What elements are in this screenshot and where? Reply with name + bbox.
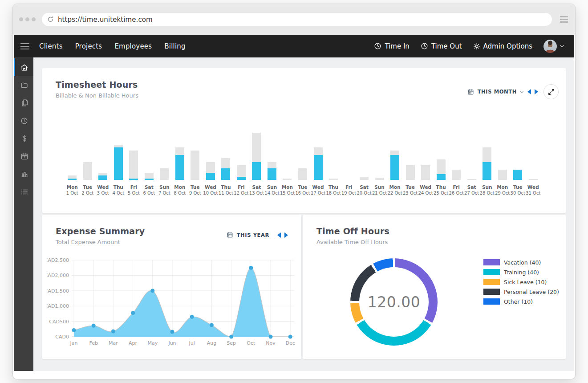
non-billable-segment (406, 165, 415, 180)
app-viewport: ClientsProjectsEmployeesBilling Time InT… (14, 35, 574, 371)
non-billable-segment (498, 170, 507, 180)
nav-action-label: Time Out (431, 42, 462, 50)
sidebar-item-bar-chart[interactable] (14, 165, 33, 183)
sidebar-item-home[interactable] (14, 58, 33, 76)
card-title: Time Off Hours (316, 226, 566, 236)
bar-slot-15-oct: Mon15 Oct (280, 133, 295, 196)
nav-item-projects[interactable]: Projects (75, 42, 102, 50)
address-bar[interactable]: https://time.unitektime.com (42, 13, 552, 26)
browser-chrome-bar: https://time.unitektime.com (13, 4, 575, 35)
range-selector[interactable]: THIS YEAR (237, 232, 269, 238)
x-axis-date-label: 7 Oct (158, 190, 170, 196)
non-billable-segment (268, 162, 276, 168)
stacked-bar (114, 145, 123, 180)
x-axis-day-label: Thu (114, 184, 123, 190)
x-axis-day-label: Fri (453, 184, 460, 190)
x-axis-date-label: 27 Oct (464, 190, 479, 196)
billable-segment (68, 179, 77, 180)
x-axis-day-label: Sun (374, 184, 385, 190)
top-navbar: ClientsProjectsEmployeesBilling Time InT… (14, 35, 574, 57)
legend-item-training[interactable]: Training (40) (483, 269, 559, 275)
clock-icon (374, 42, 381, 50)
bar-slot-7-oct: Sun7 Oct (157, 133, 172, 196)
card-subtitle: Total Expense Amount (56, 239, 301, 245)
svg-text:Mar: Mar (109, 340, 118, 346)
reload-icon[interactable] (47, 16, 54, 23)
non-billable-segment (298, 168, 307, 180)
bar-slot-13-oct: Sat13 Oct (249, 133, 264, 196)
x-axis-day-label: Fri (130, 184, 137, 190)
time-off-donut-chart: 120.00 (350, 258, 438, 346)
billable-segment (98, 175, 107, 180)
x-axis-date-label: 26 Oct (449, 190, 464, 196)
legend-item-sick-leave[interactable]: Sick Leave (10) (483, 279, 559, 285)
svg-text:CAD1,000: CAD1,000 (47, 303, 69, 309)
expand-button[interactable] (543, 84, 559, 99)
sidebar-item-clock[interactable] (14, 112, 33, 130)
stacked-bar (283, 179, 292, 180)
prev-period-button[interactable] (277, 232, 281, 238)
stacked-bar (68, 175, 77, 180)
sidebar-item-dollar[interactable] (14, 130, 33, 147)
calendar-icon (20, 152, 28, 160)
stacked-bar (252, 133, 261, 180)
sidebar-item-calendar[interactable] (14, 147, 33, 165)
legend-label: Other (10) (504, 298, 533, 305)
time-out-button[interactable]: Time Out (421, 42, 462, 50)
bar-slot-3-oct: Wed3 Oct (95, 133, 111, 196)
x-axis-day-label: Tue (298, 184, 308, 190)
billable-segment (221, 168, 230, 180)
next-period-button[interactable] (535, 89, 538, 94)
bar-slot-18-oct: Thu18 Oct (326, 133, 341, 196)
legend-item-personal-leave[interactable]: Personal Leave (20) (483, 289, 559, 295)
billable-segment (206, 173, 215, 180)
admin-options-button[interactable]: Admin Options (473, 42, 532, 50)
prev-period-button[interactable] (527, 89, 531, 94)
next-period-button[interactable] (284, 232, 288, 238)
folder-icon (20, 81, 28, 89)
non-billable-segment (529, 179, 538, 180)
time-in-button[interactable]: Time In (374, 42, 409, 50)
x-axis-day-label: Sat (252, 184, 261, 190)
x-axis-date-label: 23 Oct (403, 190, 418, 196)
range-selector[interactable]: THIS MONTH (478, 89, 517, 95)
donut-total-value: 120.00 (368, 293, 420, 311)
nav-hamburger-icon[interactable] (20, 43, 29, 49)
stacked-bar (191, 151, 199, 180)
legend-item-vacation[interactable]: Vacation (40) (483, 259, 559, 265)
billable-segment (483, 162, 491, 180)
x-axis-day-label: Thu (221, 184, 231, 190)
legend-item-other[interactable]: Other (10) (483, 298, 559, 305)
sidebar-item-folder[interactable] (14, 76, 33, 94)
sidebar-item-documents[interactable] (14, 94, 33, 112)
billable-segment (513, 170, 522, 180)
url-text[interactable]: https://time.unitektime.com (58, 16, 153, 24)
browser-menu-icon[interactable] (560, 16, 568, 23)
x-axis-date-label: 8 Oct (174, 190, 186, 196)
x-axis-date-label: 12 Oct (234, 190, 248, 196)
x-axis-day-label: Tue (191, 184, 200, 190)
nav-right-group: Time InTime OutAdmin Options (374, 40, 574, 53)
legend-label: Personal Leave (20) (504, 289, 559, 295)
sidebar-item-list[interactable] (14, 183, 33, 201)
x-axis-date-label: 4 Oct (112, 190, 124, 196)
nav-item-billing[interactable]: Billing (164, 42, 185, 50)
non-billable-segment (206, 162, 215, 172)
range-chevron-icon[interactable] (520, 89, 523, 93)
clock-icon (421, 42, 428, 50)
stacked-bar (206, 162, 215, 180)
billable-segment (390, 155, 399, 180)
card-subtitle: Available Time Off Hours (316, 239, 566, 245)
nav-item-employees[interactable]: Employees (114, 42, 152, 50)
main-content: Timesheet Hours Billable & Non-Billable … (33, 57, 574, 371)
stacked-bar (83, 162, 92, 180)
legend-label: Vacation (40) (504, 259, 541, 266)
avatar[interactable] (543, 40, 557, 53)
svg-text:CAD2,500: CAD2,500 (47, 257, 69, 263)
user-menu[interactable] (543, 40, 564, 53)
x-axis-date-label: 15 Oct (280, 190, 295, 196)
x-axis-date-label: 3 Oct (97, 190, 109, 196)
bar-slot-28-oct: Sun28 Oct (479, 133, 495, 196)
nav-item-clients[interactable]: Clients (39, 42, 63, 50)
bar-slot-5-oct: Fri5 Oct (126, 133, 142, 196)
